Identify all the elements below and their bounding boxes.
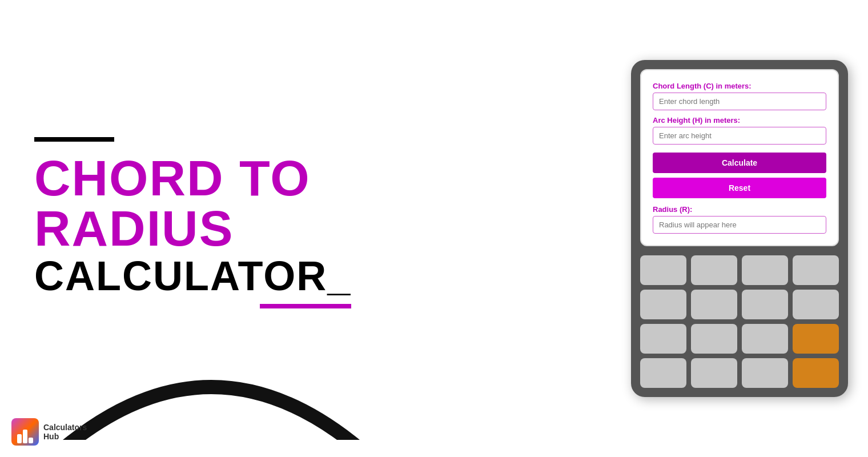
title-line1: CHORD TO [34,153,594,203]
logo-icon [11,418,39,446]
title-block: CHORD TO RADIUS CALCULATOR_ [34,137,594,308]
key-1[interactable] [640,255,686,285]
logo-name-line2: Hub [43,432,87,441]
key-4[interactable] [793,255,839,285]
key-10[interactable] [691,324,737,354]
left-section: CHORD TO RADIUS CALCULATOR_ Calculators … [0,0,628,457]
chord-label: Chord Length (C) in meters: [653,82,826,90]
title-line3: CALCULATOR_ [34,254,351,308]
title-line2: RADIUS [34,203,594,254]
key-11[interactable] [742,324,788,354]
logo-bar-2 [23,430,27,443]
keypad [640,255,839,388]
key-14[interactable] [691,358,737,388]
calculator-screen: Chord Length (C) in meters: Arc Height (… [640,69,839,246]
key-5[interactable] [640,290,686,319]
key-12-orange[interactable] [793,324,839,354]
logo-bar-3 [29,438,33,443]
key-3[interactable] [742,255,788,285]
right-section: Chord Length (C) in meters: Arc Height (… [628,0,868,457]
arc-input[interactable] [653,127,826,145]
top-bar-decoration [34,137,114,142]
calculate-button[interactable]: Calculate [653,153,826,173]
logo-area: Calculators Hub [11,418,87,446]
radius-output [653,216,826,234]
calculator: Chord Length (C) in meters: Arc Height (… [631,60,848,397]
reset-button[interactable]: Reset [653,178,826,198]
chord-input[interactable] [653,93,826,110]
key-2[interactable] [691,255,737,285]
key-6[interactable] [691,290,737,319]
logo-text: Calculators Hub [43,423,87,441]
arc-illustration [46,320,377,446]
logo-bar-1 [17,434,22,443]
key-9[interactable] [640,324,686,354]
logo-name-line1: Calculators [43,423,87,432]
key-15[interactable] [742,358,788,388]
key-13[interactable] [640,358,686,388]
key-16-orange[interactable] [793,358,839,388]
arc-label: Arc Height (H) in meters: [653,116,826,125]
key-8[interactable] [793,290,839,319]
key-7[interactable] [742,290,788,319]
radius-label: Radius (R): [653,205,826,214]
